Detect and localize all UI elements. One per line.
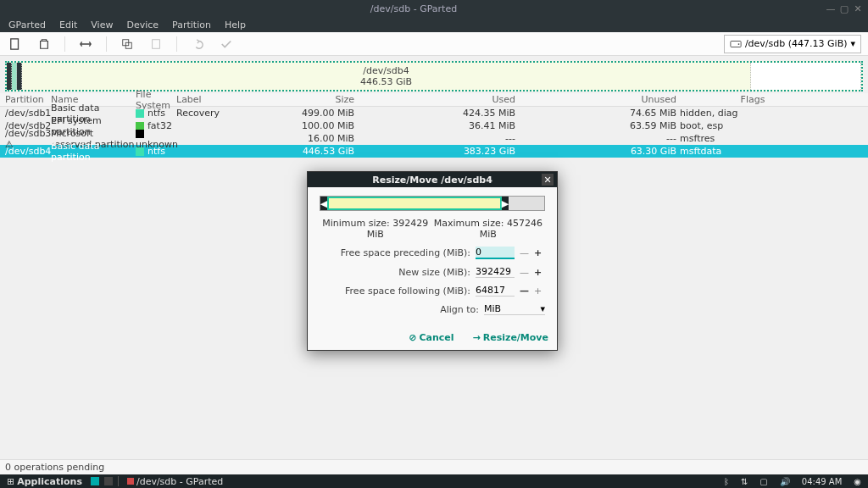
maximize-icon[interactable]: ▢ [839, 3, 849, 14]
device-selector-label: /dev/sdb (447.13 GiB) [745, 38, 848, 49]
chevron-down-icon: ▾ [850, 38, 855, 49]
copy-icon[interactable] [119, 36, 136, 53]
network-icon[interactable]: ⇅ [737, 477, 751, 486]
col-header-flags[interactable]: Flags [676, 94, 863, 105]
resize-move-button[interactable]: →Resize/Move [473, 332, 548, 343]
volume-icon[interactable]: 🔊 [776, 477, 793, 486]
diskmap-main-label: /dev/sdb4 [363, 65, 409, 76]
battery-icon[interactable]: ▢ [756, 477, 771, 486]
align-label: Align to: [320, 304, 484, 315]
preceding-input[interactable] [476, 247, 515, 259]
resize-icon[interactable] [77, 36, 94, 53]
following-label: Free space following (MiB): [320, 286, 476, 297]
grid-icon: ⊞ [7, 476, 14, 487]
paste-icon[interactable] [147, 36, 164, 53]
slider-free-after[interactable] [509, 197, 544, 210]
undo-icon[interactable] [189, 36, 206, 53]
status-bar: 0 operations pending [0, 459, 868, 474]
newsize-label: New size (MiB): [320, 267, 476, 278]
arrow-right-icon: → [473, 332, 481, 343]
col-header-partition[interactable]: Partition [5, 94, 51, 105]
resize-dialog: Resize/Move /dev/sdb4 ✕ ◀ ▶ Minimum size… [307, 171, 558, 351]
preceding-dec[interactable]: — [520, 247, 529, 258]
new-icon[interactable] [7, 36, 24, 53]
diskmap-main-size: 446.53 GiB [360, 76, 412, 87]
slider-handle-right[interactable]: ▶ [502, 197, 509, 210]
workspace-2[interactable] [104, 477, 113, 485]
apps-menu[interactable]: ⊞Applications [3, 476, 86, 487]
menubar: GParted Edit View Device Partition Help [0, 17, 868, 32]
dialog-close-icon[interactable]: ✕ [542, 174, 554, 186]
col-header-label[interactable]: Label [176, 94, 253, 105]
col-header-used[interactable]: Used [354, 94, 515, 105]
user-icon[interactable]: ◉ [850, 477, 865, 486]
disk-icon [730, 38, 742, 50]
app-icon [127, 478, 134, 485]
svg-rect-0 [11, 38, 19, 48]
close-icon[interactable]: ✕ [853, 3, 863, 14]
bluetooth-icon[interactable]: ᛒ [721, 477, 732, 486]
device-selector[interactable]: /dev/sdb (447.13 GiB) ▾ [724, 35, 861, 53]
menu-edit[interactable]: Edit [53, 18, 84, 32]
taskbar: ⊞Applications /dev/sdb - GParted ᛒ ⇅ ▢ 🔊… [0, 474, 868, 488]
following-inc[interactable]: + [534, 286, 542, 297]
svg-point-5 [738, 43, 740, 45]
min-size-label: Minimum size: 392429 MiB [320, 218, 431, 240]
cancel-button[interactable]: ⊘Cancel [409, 332, 453, 343]
col-header-unused[interactable]: Unused [515, 94, 676, 105]
following-dec[interactable]: — [520, 286, 529, 297]
newsize-dec[interactable]: — [520, 267, 529, 278]
task-gparted[interactable]: /dev/sdb - GParted [124, 476, 226, 487]
newsize-input[interactable] [476, 266, 515, 278]
dialog-title[interactable]: Resize/Move /dev/sdb4 ✕ [308, 172, 557, 187]
toolbar: /dev/sdb (447.13 GiB) ▾ [0, 32, 868, 56]
menu-device[interactable]: Device [120, 18, 165, 32]
col-header-size[interactable]: Size [253, 94, 354, 105]
minimize-icon[interactable]: — [826, 3, 836, 14]
preceding-label: Free space preceding (MiB): [320, 247, 476, 258]
slider-partition-block[interactable] [327, 197, 502, 210]
preceding-inc[interactable]: + [534, 247, 542, 258]
menu-help[interactable]: Help [218, 18, 253, 32]
workspace-1[interactable] [91, 477, 99, 485]
table-row[interactable]: /dev/sdb4Basic data partitionntfs446.53 … [0, 145, 868, 158]
menu-partition[interactable]: Partition [165, 18, 218, 32]
slider-handle-left[interactable]: ◀ [320, 197, 327, 210]
align-select[interactable]: MiB▾ [484, 303, 545, 315]
newsize-inc[interactable]: + [534, 267, 542, 278]
following-input[interactable] [476, 285, 515, 297]
delete-icon[interactable] [36, 36, 53, 53]
resize-slider[interactable]: ◀ ▶ [320, 196, 545, 211]
svg-rect-3 [153, 39, 160, 48]
max-size-label: Maximum size: 457246 MiB [431, 218, 545, 240]
menu-gparted[interactable]: GParted [2, 18, 53, 32]
chevron-down-icon: ▾ [540, 303, 545, 314]
window-title: /dev/sdb - GParted [5, 3, 822, 14]
menu-view[interactable]: View [84, 18, 120, 32]
diskmap-seg-free[interactable] [751, 63, 861, 90]
diskmap-seg-main[interactable]: /dev/sdb4 446.53 GiB [22, 63, 751, 90]
disk-map[interactable]: /dev/sdb4 446.53 GiB [5, 61, 863, 92]
clock[interactable]: 04:49 AM [798, 477, 845, 486]
partition-table: /dev/sdb1Basic data partitionntfsRecover… [0, 107, 868, 158]
titlebar: /dev/sdb - GParted — ▢ ✕ [0, 0, 868, 17]
apply-icon[interactable] [218, 36, 235, 53]
cancel-icon: ⊘ [409, 332, 416, 343]
size-limits: Minimum size: 392429 MiB Maximum size: 4… [320, 218, 545, 240]
